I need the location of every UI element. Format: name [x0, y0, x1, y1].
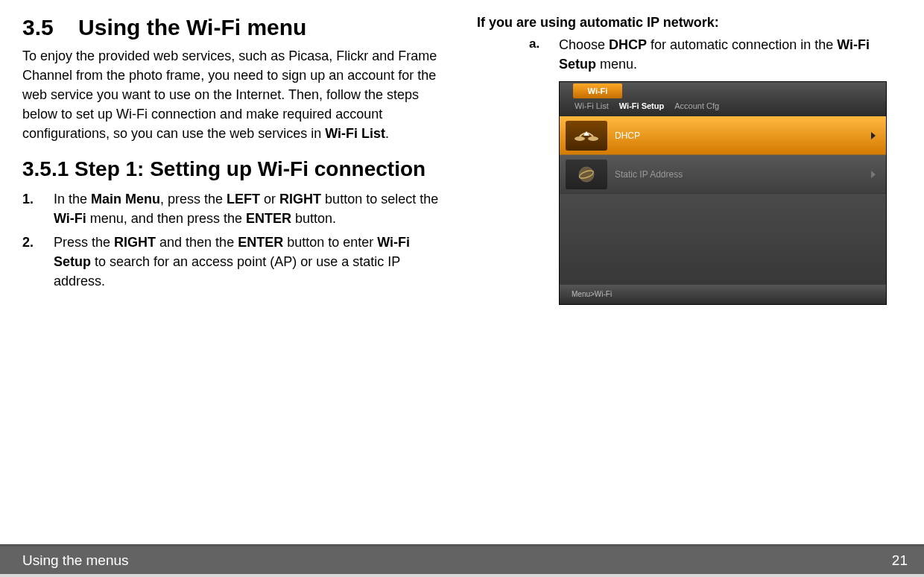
device-tab-wifi-setup: Wi-Fi Setup: [619, 101, 664, 110]
svg-point-0: [575, 136, 585, 141]
footer-section-title: Using the menus: [22, 552, 129, 569]
page-footer: Using the menus 21: [0, 544, 924, 577]
device-tab-wifi-list: Wi-Fi List: [575, 101, 609, 110]
step-2: 2. Press the RIGHT and then the ENTER bu…: [22, 233, 447, 291]
step-2-text: Press the RIGHT and then the ENTER butto…: [54, 233, 447, 291]
step-1-text: In the Main Menu, press the LEFT or RIGH…: [54, 189, 447, 228]
device-tab-account-cfg: Account Cfg: [674, 101, 719, 110]
device-body-fill: [560, 194, 886, 283]
chevron-right-icon: [871, 132, 876, 139]
device-title-tab: Wi-Fi: [573, 83, 622, 98]
substep-a-text: Choose DHCP for automatic connection in …: [559, 35, 902, 74]
device-row-dhcp: DHCP: [560, 116, 886, 155]
subsection-heading: 3.5.1 Step 1: Setting up Wi-Fi connectio…: [22, 157, 447, 182]
substep-a: a. Choose DHCP for automatic connection …: [529, 35, 902, 74]
section-title: Using the Wi-Fi menu: [78, 15, 306, 40]
svg-point-1: [588, 136, 598, 141]
substep-a-number: a.: [529, 35, 559, 74]
device-globe-icon: [566, 160, 607, 189]
section-heading: 3.5 Using the Wi-Fi menu: [22, 15, 447, 40]
intro-post: .: [385, 126, 389, 141]
device-breadcrumb: Menu>Wi-Fi: [560, 285, 886, 304]
step-2-number: 2.: [22, 233, 54, 291]
device-header: Wi-Fi Wi-Fi List Wi-Fi Setup Account Cfg: [560, 82, 886, 116]
intro-paragraph: To enjoy the provided web services, such…: [22, 46, 447, 143]
device-row-static-label: Static IP Address: [615, 169, 683, 180]
device-row-static-ip: Static IP Address: [560, 155, 886, 194]
step-1: 1. In the Main Menu, press the LEFT or R…: [22, 189, 447, 228]
auto-ip-heading: If you are using automatic IP network:: [477, 15, 902, 31]
device-screenshot: Wi-Fi Wi-Fi List Wi-Fi Setup Account Cfg: [559, 81, 887, 305]
device-dhcp-icon: [566, 121, 607, 151]
device-row-dhcp-label: DHCP: [615, 130, 640, 141]
section-number: 3.5: [22, 15, 54, 40]
step-1-number: 1.: [22, 189, 54, 228]
intro-bold: Wi-Fi List: [325, 126, 385, 141]
chevron-right-icon: [871, 171, 876, 178]
device-tabs: Wi-Fi List Wi-Fi Setup Account Cfg: [575, 101, 719, 110]
footer-page-number: 21: [892, 552, 908, 569]
